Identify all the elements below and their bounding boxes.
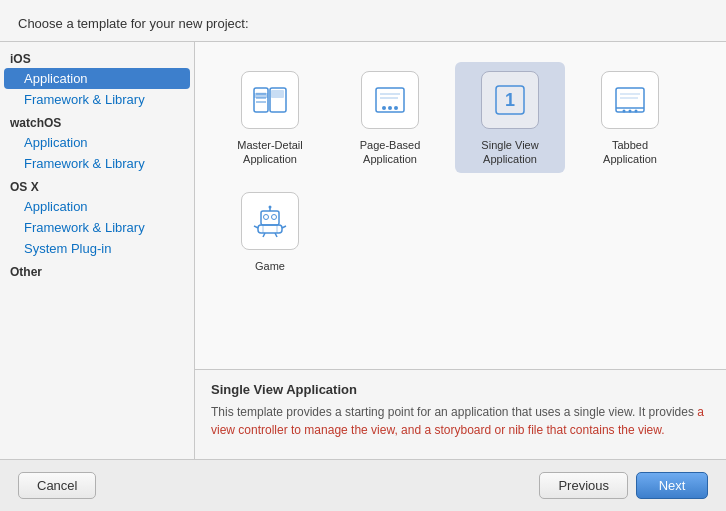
sidebar-item-osx-framework[interactable]: Framework & Library xyxy=(0,217,194,238)
svg-point-10 xyxy=(388,106,392,110)
sidebar-item-osx-plugin[interactable]: System Plug-in xyxy=(0,238,194,259)
prompt-text: Choose a template for your new project: xyxy=(18,16,249,31)
single-view-label: Single ViewApplication xyxy=(481,138,538,167)
svg-text:1: 1 xyxy=(505,90,515,110)
sidebar-item-ios-application[interactable]: Application xyxy=(4,68,190,89)
svg-point-27 xyxy=(269,205,272,208)
game-label: Game xyxy=(255,259,285,273)
dialog-body: iOS Application Framework & Library watc… xyxy=(0,41,726,459)
template-master-detail[interactable]: Master-DetailApplication xyxy=(215,62,325,173)
template-game[interactable]: Game xyxy=(215,183,325,279)
svg-point-9 xyxy=(382,106,386,110)
cancel-button[interactable]: Cancel xyxy=(18,472,96,499)
svg-rect-7 xyxy=(254,93,268,98)
sidebar-item-watch-framework[interactable]: Framework & Library xyxy=(0,153,194,174)
svg-point-19 xyxy=(629,110,632,113)
sidebar-section-osx: OS X xyxy=(0,174,194,196)
svg-point-11 xyxy=(394,106,398,110)
template-single-view[interactable]: 1 Single ViewApplication xyxy=(455,62,565,173)
nav-buttons: Previous Next xyxy=(539,472,708,499)
dialog-header: Choose a template for your new project: xyxy=(0,0,726,41)
sidebar-section-watchos: watchOS xyxy=(0,110,194,132)
description-title: Single View Application xyxy=(211,382,710,397)
main-content: Master-DetailApplication xyxy=(195,42,726,459)
sidebar-section-ios: iOS xyxy=(0,46,194,68)
sidebar-section-other: Other xyxy=(0,259,194,281)
svg-point-18 xyxy=(623,110,626,113)
dialog-footer: Cancel Previous Next xyxy=(0,459,726,511)
description-area: Single View Application This template pr… xyxy=(195,369,726,459)
master-detail-icon xyxy=(238,68,302,132)
svg-line-33 xyxy=(254,226,258,228)
template-tabbed[interactable]: TabbedApplication xyxy=(575,62,685,173)
description-text: This template provides a starting point … xyxy=(211,403,710,439)
svg-rect-0 xyxy=(254,88,268,112)
game-icon xyxy=(238,189,302,253)
sidebar: iOS Application Framework & Library watc… xyxy=(0,42,195,459)
template-grid: Master-DetailApplication xyxy=(195,42,726,369)
template-page-based[interactable]: Page-BasedApplication xyxy=(335,62,445,173)
tabbed-label: TabbedApplication xyxy=(603,138,657,167)
tabbed-icon xyxy=(598,68,662,132)
svg-point-20 xyxy=(635,110,638,113)
next-button[interactable]: Next xyxy=(636,472,708,499)
page-based-label: Page-BasedApplication xyxy=(360,138,421,167)
svg-rect-28 xyxy=(258,225,282,233)
sidebar-item-osx-application[interactable]: Application xyxy=(0,196,194,217)
svg-point-25 xyxy=(272,214,277,219)
svg-point-24 xyxy=(264,214,269,219)
sidebar-item-watch-application[interactable]: Application xyxy=(0,132,194,153)
svg-line-34 xyxy=(282,226,286,228)
master-detail-label: Master-DetailApplication xyxy=(237,138,302,167)
description-highlight: a view controller to manage the view, an… xyxy=(211,405,704,437)
previous-button[interactable]: Previous xyxy=(539,472,628,499)
dialog: Choose a template for your new project: … xyxy=(0,0,726,511)
sidebar-item-ios-framework[interactable]: Framework & Library xyxy=(0,89,194,110)
single-view-icon: 1 xyxy=(478,68,542,132)
page-based-icon xyxy=(358,68,422,132)
svg-rect-5 xyxy=(271,90,284,98)
